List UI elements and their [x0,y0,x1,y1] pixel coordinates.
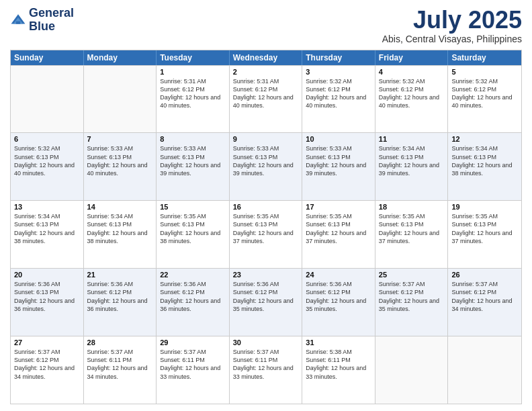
calendar-cell: 19Sunrise: 5:35 AM Sunset: 6:13 PM Dayli… [448,201,521,268]
calendar-cell: 13Sunrise: 5:34 AM Sunset: 6:13 PM Dayli… [11,201,84,268]
weekday-header: Tuesday [157,50,230,65]
calendar-cell: 7Sunrise: 5:33 AM Sunset: 6:13 PM Daylig… [84,133,157,200]
day-info: Sunrise: 5:37 AM Sunset: 6:12 PM Dayligh… [379,280,445,313]
day-number: 4 [379,68,445,76]
day-info: Sunrise: 5:34 AM Sunset: 6:13 PM Dayligh… [87,212,153,245]
day-number: 23 [233,271,299,279]
day-info: Sunrise: 5:36 AM Sunset: 6:12 PM Dayligh… [306,280,371,313]
day-info: Sunrise: 5:36 AM Sunset: 6:12 PM Dayligh… [87,280,153,313]
calendar-cell: 4Sunrise: 5:32 AM Sunset: 6:12 PM Daylig… [375,66,449,133]
day-info: Sunrise: 5:31 AM Sunset: 6:12 PM Dayligh… [160,77,226,110]
day-number: 26 [451,271,518,279]
logo-icon [10,12,26,28]
calendar-cell: 29Sunrise: 5:37 AM Sunset: 6:11 PM Dayli… [157,336,230,404]
calendar-cell: 23Sunrise: 5:36 AM Sunset: 6:12 PM Dayli… [230,269,303,336]
calendar-cell: 20Sunrise: 5:36 AM Sunset: 6:13 PM Dayli… [11,269,84,336]
day-info: Sunrise: 5:36 AM Sunset: 6:12 PM Dayligh… [160,280,226,313]
calendar-cell [11,66,84,133]
calendar-cell: 10Sunrise: 5:33 AM Sunset: 6:13 PM Dayli… [302,133,375,200]
day-number: 9 [233,135,299,143]
day-info: Sunrise: 5:32 AM Sunset: 6:12 PM Dayligh… [379,77,445,110]
calendar-cell: 9Sunrise: 5:33 AM Sunset: 6:13 PM Daylig… [230,133,303,200]
day-info: Sunrise: 5:38 AM Sunset: 6:11 PM Dayligh… [306,348,371,381]
day-number: 17 [306,203,371,211]
calendar-cell: 28Sunrise: 5:37 AM Sunset: 6:11 PM Dayli… [84,336,157,404]
svg-rect-2 [16,21,20,24]
calendar-row: 6Sunrise: 5:32 AM Sunset: 6:13 PM Daylig… [11,132,521,200]
calendar-cell: 15Sunrise: 5:35 AM Sunset: 6:13 PM Dayli… [157,201,230,268]
calendar-body: 1Sunrise: 5:31 AM Sunset: 6:12 PM Daylig… [11,65,521,404]
calendar-cell: 16Sunrise: 5:35 AM Sunset: 6:13 PM Dayli… [230,201,303,268]
day-info: Sunrise: 5:37 AM Sunset: 6:11 PM Dayligh… [233,348,299,381]
calendar-cell: 26Sunrise: 5:37 AM Sunset: 6:12 PM Dayli… [448,269,521,336]
day-info: Sunrise: 5:36 AM Sunset: 6:12 PM Dayligh… [233,280,299,313]
calendar-cell: 27Sunrise: 5:37 AM Sunset: 6:12 PM Dayli… [11,336,84,404]
calendar-header: SundayMondayTuesdayWednesdayThursdayFrid… [11,50,521,65]
day-info: Sunrise: 5:36 AM Sunset: 6:13 PM Dayligh… [14,280,80,313]
day-number: 24 [306,271,371,279]
calendar-cell: 21Sunrise: 5:36 AM Sunset: 6:12 PM Dayli… [84,269,157,336]
calendar-cell: 5Sunrise: 5:32 AM Sunset: 6:12 PM Daylig… [448,66,521,133]
title-block: July 2025 Abis, Central Visayas, Philipp… [382,7,522,44]
day-number: 11 [379,135,445,143]
logo-line1: General [29,7,74,20]
day-number: 5 [451,68,518,76]
calendar-cell: 25Sunrise: 5:37 AM Sunset: 6:12 PM Dayli… [375,269,449,336]
calendar-cell [84,66,157,133]
calendar-row: 1Sunrise: 5:31 AM Sunset: 6:12 PM Daylig… [11,65,521,133]
day-info: Sunrise: 5:37 AM Sunset: 6:11 PM Dayligh… [87,348,153,381]
day-info: Sunrise: 5:31 AM Sunset: 6:12 PM Dayligh… [233,77,299,110]
logo: General Blue [10,7,74,34]
calendar-row: 20Sunrise: 5:36 AM Sunset: 6:13 PM Dayli… [11,268,521,336]
weekday-header: Thursday [302,50,375,65]
day-info: Sunrise: 5:32 AM Sunset: 6:13 PM Dayligh… [14,144,80,177]
day-info: Sunrise: 5:34 AM Sunset: 6:13 PM Dayligh… [451,144,518,177]
day-info: Sunrise: 5:32 AM Sunset: 6:12 PM Dayligh… [451,77,518,110]
day-number: 1 [160,68,226,76]
day-info: Sunrise: 5:33 AM Sunset: 6:13 PM Dayligh… [160,144,226,177]
logo-text: General Blue [29,7,74,34]
day-number: 15 [160,203,226,211]
calendar-cell: 30Sunrise: 5:37 AM Sunset: 6:11 PM Dayli… [230,336,303,404]
day-number: 22 [160,271,226,279]
day-info: Sunrise: 5:33 AM Sunset: 6:13 PM Dayligh… [87,144,153,177]
calendar-cell: 17Sunrise: 5:35 AM Sunset: 6:13 PM Dayli… [302,201,375,268]
calendar-cell [448,336,521,404]
calendar-cell [375,336,449,404]
day-number: 19 [451,203,518,211]
calendar-cell: 18Sunrise: 5:35 AM Sunset: 6:13 PM Dayli… [375,201,449,268]
day-number: 18 [379,203,445,211]
month-year: July 2025 [382,7,522,34]
weekday-header: Wednesday [230,50,303,65]
day-number: 2 [233,68,299,76]
day-info: Sunrise: 5:33 AM Sunset: 6:13 PM Dayligh… [306,144,371,177]
header: General Blue July 2025 Abis, Central Vis… [10,7,522,44]
day-number: 27 [14,338,80,347]
day-info: Sunrise: 5:37 AM Sunset: 6:12 PM Dayligh… [451,280,518,313]
day-number: 6 [14,135,80,143]
day-number: 20 [14,271,80,279]
day-number: 25 [379,271,445,279]
calendar-cell: 22Sunrise: 5:36 AM Sunset: 6:12 PM Dayli… [157,269,230,336]
weekday-header: Monday [84,50,157,65]
calendar-cell: 3Sunrise: 5:32 AM Sunset: 6:12 PM Daylig… [302,66,375,133]
day-number: 7 [87,135,153,143]
calendar-row: 27Sunrise: 5:37 AM Sunset: 6:12 PM Dayli… [11,336,521,404]
calendar-page: General Blue July 2025 Abis, Central Vis… [0,0,532,411]
day-number: 8 [160,135,226,143]
day-number: 3 [306,68,371,76]
weekday-header: Friday [375,50,449,65]
calendar-cell: 11Sunrise: 5:34 AM Sunset: 6:13 PM Dayli… [375,133,449,200]
day-info: Sunrise: 5:37 AM Sunset: 6:12 PM Dayligh… [14,348,80,381]
day-info: Sunrise: 5:35 AM Sunset: 6:13 PM Dayligh… [233,212,299,245]
day-number: 12 [451,135,518,143]
day-info: Sunrise: 5:34 AM Sunset: 6:13 PM Dayligh… [379,144,445,177]
day-info: Sunrise: 5:34 AM Sunset: 6:13 PM Dayligh… [14,212,80,245]
day-number: 16 [233,203,299,211]
calendar-cell: 6Sunrise: 5:32 AM Sunset: 6:13 PM Daylig… [11,133,84,200]
calendar-cell: 24Sunrise: 5:36 AM Sunset: 6:12 PM Dayli… [302,269,375,336]
day-number: 10 [306,135,371,143]
day-number: 29 [160,338,226,347]
day-info: Sunrise: 5:35 AM Sunset: 6:13 PM Dayligh… [451,212,518,245]
calendar-cell: 31Sunrise: 5:38 AM Sunset: 6:11 PM Dayli… [302,336,375,404]
